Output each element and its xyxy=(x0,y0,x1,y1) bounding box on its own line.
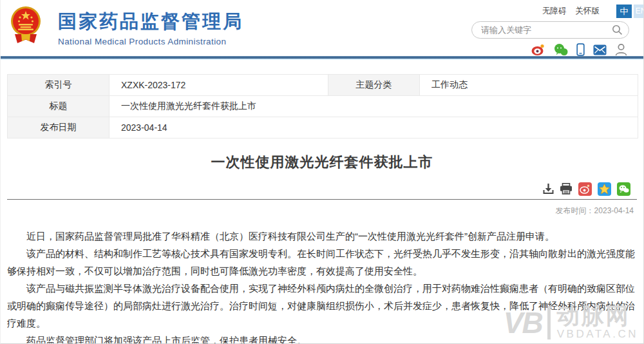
accessibility-link[interactable]: 无障碍 xyxy=(542,6,567,17)
publish-time-value: 2023-04-14 xyxy=(594,206,634,215)
title-value: 一次性使用激光光纤套件获批上市 xyxy=(109,96,638,117)
weibo-icon[interactable] xyxy=(531,43,545,56)
agency-name-cn: 国家药品监督管理局 xyxy=(58,9,243,35)
article-toolbar xyxy=(1,182,630,195)
watermark-logo: VB xyxy=(504,306,551,339)
search-input[interactable] xyxy=(481,23,607,37)
lang-zh-button[interactable]: 中 xyxy=(616,5,632,18)
wechat-icon[interactable] xyxy=(554,43,568,56)
article-paragraph: 该产品的材料、结构和制作工艺等核心技术具有国家发明专利。在长时间工作状态下，光纤… xyxy=(7,245,637,280)
header-utilities: 无障碍 关怀版 中 EN xyxy=(471,4,643,56)
publish-time-label: 发布时间： xyxy=(556,206,594,215)
agency-name-en: National Medical Products Administration xyxy=(58,37,243,46)
publish-time: 发布时间：2023-04-14 xyxy=(1,205,634,216)
index-number-label: 索引号 xyxy=(8,75,109,96)
utility-links: 无障碍 关怀版 中 EN xyxy=(542,4,643,18)
brand-text: 国家药品监督管理局 National Medical Products Admi… xyxy=(58,4,243,46)
table-row: 发布日期 2023-04-14 xyxy=(8,117,638,139)
social-icon-row xyxy=(531,43,627,56)
user-icon[interactable] xyxy=(615,43,627,56)
article-paragraph: 近日，国家药品监督管理局批准了华科精准（北京）医疗科技有限公司生产的“一次性使用… xyxy=(7,227,637,245)
page: 国家药品监督管理局 National Medical Products Admi… xyxy=(0,0,644,344)
search-box xyxy=(471,21,629,39)
download-icon[interactable] xyxy=(543,183,554,195)
publish-date-value: 2023-04-14 xyxy=(109,117,638,139)
topic-category-label: 主题分类 xyxy=(328,75,420,96)
article-title: 一次性使用激光光纤套件获批上市 xyxy=(1,153,643,172)
index-number-value: XZXK-2023-172 xyxy=(109,75,328,96)
title-label: 标题 xyxy=(8,96,109,117)
document-info-table: 索引号 XZXK-2023-172 主题分类 工作动态 标题 一次性使用激光光纤… xyxy=(7,74,638,139)
header-divider-bar xyxy=(1,56,643,60)
care-version-link[interactable]: 关怀版 xyxy=(576,6,600,17)
search-icon[interactable] xyxy=(612,24,623,35)
watermark: VB 动脉网 VBDATA.CN xyxy=(504,304,638,341)
mobile-icon[interactable] xyxy=(576,43,585,56)
mail-icon[interactable] xyxy=(593,44,607,55)
table-row: 标题 一次性使用激光光纤套件获批上市 xyxy=(8,96,638,117)
publish-date-label: 发布日期 xyxy=(8,117,109,139)
title-divider xyxy=(7,199,637,200)
site-header: 国家药品监督管理局 National Medical Products Admi… xyxy=(1,0,643,56)
share-weibo-icon[interactable] xyxy=(578,182,592,196)
watermark-name: 动脉网 xyxy=(557,304,638,327)
watermark-domain: VBDATA.CN xyxy=(557,328,638,341)
topic-category-value: 工作动态 xyxy=(420,75,638,96)
share-qzone-icon[interactable] xyxy=(598,182,611,196)
print-icon[interactable] xyxy=(560,183,573,195)
share-wechat-icon[interactable] xyxy=(617,182,630,196)
national-emblem-icon xyxy=(10,4,41,46)
lang-en-button[interactable]: EN xyxy=(634,5,644,18)
table-row: 索引号 XZXK-2023-172 主题分类 工作动态 xyxy=(8,75,638,96)
